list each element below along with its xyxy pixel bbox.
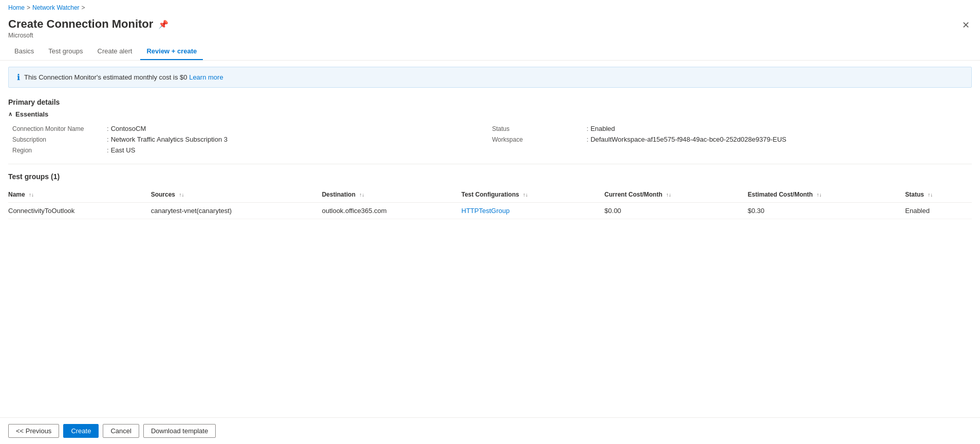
page-title: Create Connection Monitor (8, 17, 153, 31)
field-row-workspace: Workspace : DefaultWorkspace-af15e575-f9… (492, 134, 972, 145)
table-row: ConnectivityToOutlook canarytest-vnet(ca… (8, 203, 972, 219)
field-row-status: Status : Enabled (492, 123, 972, 134)
pin-icon[interactable]: 📌 (158, 20, 168, 29)
cell-estimated-cost: $0.30 (748, 203, 905, 219)
tab-create-alert[interactable]: Create alert (91, 43, 139, 60)
field-row-name: Connection Monitor Name : ContosoCM (12, 123, 492, 134)
field-label-workspace: Workspace (492, 136, 585, 143)
info-learn-more-link[interactable]: Learn more (189, 73, 223, 81)
col-header-estimated-cost: Estimated Cost/Month ↑↓ (748, 187, 905, 203)
breadcrumb-network-watcher[interactable]: Network Watcher (32, 4, 80, 11)
col-header-current-cost: Current Cost/Month ↑↓ (605, 187, 748, 203)
field-value-subscription: Network Traffic Analytics Subscription 3 (111, 136, 228, 143)
breadcrumb-sep2: > (82, 4, 85, 11)
sort-icon-status[interactable]: ↑↓ (928, 192, 933, 198)
table-container: Name ↑↓ Sources ↑↓ Destination ↑↓ Test (8, 187, 972, 219)
essentials-left: Connection Monitor Name : ContosoCM Subs… (12, 123, 492, 156)
cell-current-cost: $0.00 (605, 203, 748, 219)
breadcrumb: Home > Network Watcher > (0, 0, 980, 15)
cell-destination: outlook.office365.com (322, 203, 462, 219)
cell-test-config[interactable]: HTTPTestGroup (461, 203, 605, 219)
collapse-chevron-icon: ∧ (8, 111, 12, 118)
field-value-name: ContosoCM (111, 125, 146, 132)
sort-icon-destination[interactable]: ↑↓ (359, 192, 364, 198)
sort-icon-sources[interactable]: ↑↓ (179, 192, 184, 198)
essentials-header[interactable]: ∧ Essentials (8, 110, 972, 118)
header-title-row: Create Connection Monitor 📌 (8, 17, 168, 31)
essentials-label: Essentials (15, 110, 48, 118)
info-icon: ℹ (17, 72, 20, 82)
sort-icon-name[interactable]: ↑↓ (29, 192, 34, 198)
col-header-destination: Destination ↑↓ (322, 187, 462, 203)
table-header-row: Name ↑↓ Sources ↑↓ Destination ↑↓ Test (8, 187, 972, 203)
primary-details-section: Primary details ∧ Essentials Connection … (0, 94, 980, 160)
page-subtitle: Microsoft (8, 32, 168, 39)
tab-review-create[interactable]: Review + create (140, 43, 203, 60)
col-header-name: Name ↑↓ (8, 187, 151, 203)
sort-icon-test-config[interactable]: ↑↓ (523, 192, 528, 198)
field-value-workspace: DefaultWorkspace-af15e575-f948-49ac-bce0… (591, 136, 786, 143)
tabs-container: Basics Test groups Create alert Review +… (0, 43, 980, 61)
page-header: Create Connection Monitor 📌 Microsoft ✕ (0, 15, 980, 43)
essentials-right: Status : Enabled Workspace : DefaultWork… (492, 123, 972, 156)
cell-name: ConnectivityToOutlook (8, 203, 151, 219)
field-label-name: Connection Monitor Name (12, 125, 105, 132)
field-label-status: Status (492, 125, 585, 132)
cell-status: Enabled (905, 203, 972, 219)
close-button[interactable]: ✕ (960, 17, 972, 33)
col-header-status: Status ↑↓ (905, 187, 972, 203)
info-banner: ℹ This Connection Monitor's estimated mo… (8, 67, 972, 88)
field-label-subscription: Subscription (12, 136, 105, 143)
tab-basics[interactable]: Basics (8, 43, 40, 60)
primary-details-title: Primary details (8, 98, 972, 106)
header-left: Create Connection Monitor 📌 Microsoft (8, 17, 168, 39)
field-value-status: Enabled (591, 125, 615, 132)
test-groups-title: Test groups (1) (8, 172, 972, 181)
cell-sources: canarytest-vnet(canarytest) (151, 203, 322, 219)
sort-icon-current-cost[interactable]: ↑↓ (666, 192, 671, 198)
breadcrumb-sep1: > (27, 4, 30, 11)
info-text-before: This Connection Monitor's estimated mont… (24, 73, 180, 81)
field-row-region: Region : East US (12, 145, 492, 156)
field-label-region: Region (12, 147, 105, 154)
tab-test-groups[interactable]: Test groups (42, 43, 89, 60)
field-row-subscription: Subscription : Network Traffic Analytics… (12, 134, 492, 145)
sort-icon-estimated-cost[interactable]: ↑↓ (817, 192, 822, 198)
section-divider (8, 164, 972, 164)
test-groups-table: Name ↑↓ Sources ↑↓ Destination ↑↓ Test (8, 187, 972, 219)
col-header-sources: Sources ↑↓ (151, 187, 322, 203)
test-groups-section: Test groups (1) Name ↑↓ Sources ↑↓ (0, 168, 980, 223)
field-value-region: East US (111, 146, 136, 154)
breadcrumb-home[interactable]: Home (8, 4, 25, 11)
info-banner-text: This Connection Monitor's estimated mont… (24, 73, 223, 81)
essentials-grid: Connection Monitor Name : ContosoCM Subs… (12, 123, 972, 156)
col-header-test-config: Test Configurations ↑↓ (461, 187, 605, 203)
info-cost: $0 (180, 73, 187, 81)
